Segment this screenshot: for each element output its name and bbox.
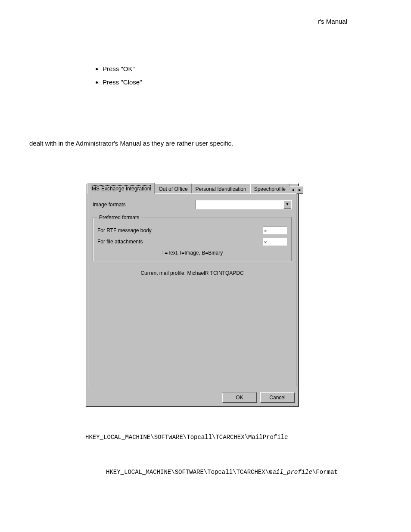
tab-personal-identification[interactable]: Personal Identification	[192, 184, 250, 194]
image-formats-label: Image formats	[93, 201, 195, 208]
body-paragraph: dealt with in the Administrator's Manual…	[29, 139, 364, 149]
image-formats-combo[interactable]: ▼	[195, 200, 292, 209]
file-attachments-label: For file attachments	[97, 238, 263, 246]
rtf-body-input[interactable]: ×	[263, 227, 287, 234]
list-item: Press "Close"	[103, 78, 364, 87]
registry-path-2: HKEY_LOCAL_MACHINE\SOFTWARE\Topcall\TCAR…	[106, 468, 364, 477]
tab-panel: Image formats ▼ Preferred formats For RT…	[88, 193, 296, 387]
rtf-body-label: For RTF message body	[97, 227, 263, 234]
image-formats-input[interactable]	[196, 200, 283, 209]
instruction-list: Press "OK" Press "Close"	[94, 64, 364, 87]
ok-button[interactable]: OK	[222, 392, 257, 403]
running-header: r's Manual	[318, 18, 347, 25]
registry-path-1: HKEY_LOCAL_MACHINE\SOFTWARE\Topcall\TCAR…	[85, 433, 364, 442]
settings-dialog: MS-Exchange Integration Out of Office Pe…	[85, 183, 299, 407]
tab-speechprofile[interactable]: Speechprofile	[250, 184, 290, 194]
cancel-button[interactable]: Cancel	[260, 392, 295, 403]
format-legend-hint: T=Text, I=Image, B=Binary	[97, 249, 287, 257]
tab-scroll-left-button[interactable]: ◄	[290, 186, 296, 194]
tab-out-of-office[interactable]: Out of Office	[155, 184, 191, 194]
tab-scroll-right-button[interactable]: ►	[296, 186, 303, 194]
current-mail-profile: Current mail profile: MichaelR TCINTQAPD…	[93, 269, 292, 277]
preferred-formats-group: Preferred formats For RTF message body ×…	[93, 214, 292, 261]
file-attachments-input[interactable]: ×	[263, 238, 287, 246]
chevron-down-icon[interactable]: ▼	[283, 200, 291, 209]
list-item: Press "OK"	[103, 64, 364, 74]
tab-strip: MS-Exchange Integration Out of Office Pe…	[86, 184, 298, 193]
tab-ms-exchange[interactable]: MS-Exchange Integration	[87, 183, 155, 194]
group-title: Preferred formats	[97, 214, 141, 221]
